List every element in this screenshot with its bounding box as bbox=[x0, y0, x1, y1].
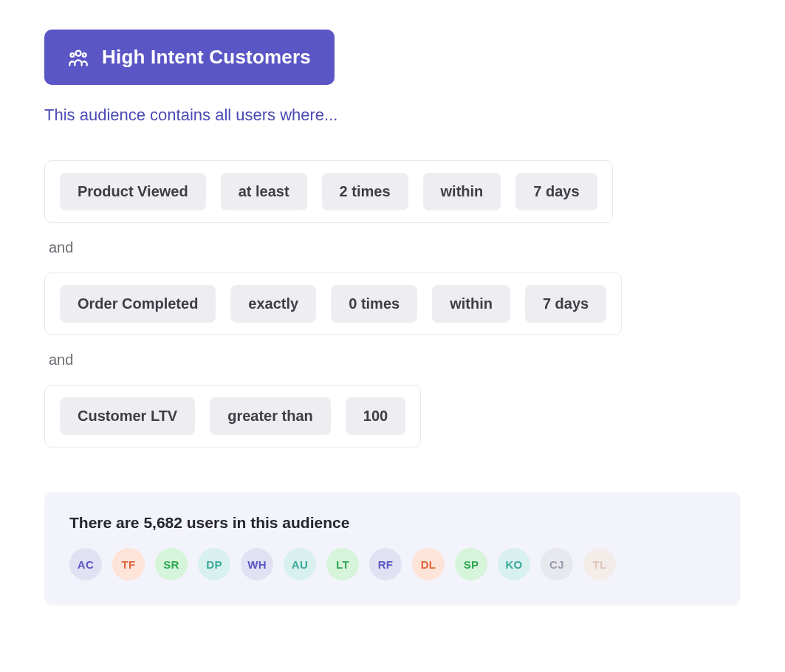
avatar[interactable]: AU bbox=[284, 548, 316, 580]
rule-row[interactable]: Order Completed exactly 0 times within 7… bbox=[44, 272, 622, 335]
rule-chip[interactable]: within bbox=[423, 173, 501, 210]
rule-row[interactable]: Customer LTV greater than 100 bbox=[44, 385, 421, 448]
avatar[interactable]: TF bbox=[112, 548, 145, 580]
rule-chip[interactable]: greater than bbox=[210, 397, 331, 435]
rule-joiner: and bbox=[49, 239, 736, 256]
avatar[interactable]: DP bbox=[198, 548, 230, 580]
rule-chip[interactable]: 0 times bbox=[331, 285, 417, 323]
rule-joiner: and bbox=[49, 352, 736, 368]
svg-point-0 bbox=[76, 50, 81, 55]
audience-icon bbox=[68, 47, 89, 68]
avatar[interactable]: KO bbox=[498, 548, 530, 580]
avatar[interactable]: SP bbox=[455, 548, 487, 580]
audience-title-badge[interactable]: High Intent Customers bbox=[44, 30, 335, 85]
audience-subhead: This audience contains all users where..… bbox=[44, 106, 741, 125]
audience-title: High Intent Customers bbox=[102, 46, 311, 69]
svg-point-1 bbox=[71, 53, 75, 57]
avatar[interactable]: AC bbox=[69, 548, 102, 580]
avatar[interactable]: DL bbox=[412, 548, 445, 580]
rule-chip[interactable]: Customer LTV bbox=[60, 397, 195, 435]
avatar[interactable]: TL bbox=[583, 548, 616, 580]
rule-chip[interactable]: 7 days bbox=[515, 173, 597, 210]
avatar[interactable]: SR bbox=[155, 548, 188, 580]
rule-chip[interactable]: within bbox=[432, 285, 510, 323]
avatar[interactable]: RF bbox=[369, 548, 402, 580]
avatar[interactable]: LT bbox=[326, 548, 359, 580]
avatar[interactable]: CJ bbox=[541, 548, 573, 580]
rules-container: Product Viewed at least 2 times within 7… bbox=[44, 160, 741, 448]
rule-chip[interactable]: 2 times bbox=[322, 173, 408, 210]
avatar[interactable]: WH bbox=[241, 548, 273, 580]
rule-chip[interactable]: exactly bbox=[230, 285, 316, 323]
rule-chip[interactable]: Product Viewed bbox=[60, 173, 206, 210]
audience-summary-panel: There are 5,682 users in this audience A… bbox=[44, 492, 741, 606]
rule-chip[interactable]: 100 bbox=[346, 397, 405, 435]
rule-row[interactable]: Product Viewed at least 2 times within 7… bbox=[44, 160, 613, 223]
audience-builder-card: High Intent Customers This audience cont… bbox=[0, 0, 785, 635]
rule-chip[interactable]: at least bbox=[221, 173, 307, 210]
avatar-row: ACTFSRDPWHAULTRFDLSPKOCJTL bbox=[69, 548, 716, 580]
rule-chip[interactable]: Order Completed bbox=[60, 285, 216, 323]
summary-count-line: There are 5,682 users in this audience bbox=[69, 514, 716, 532]
svg-point-2 bbox=[83, 53, 86, 57]
rule-chip[interactable]: 7 days bbox=[525, 285, 606, 323]
